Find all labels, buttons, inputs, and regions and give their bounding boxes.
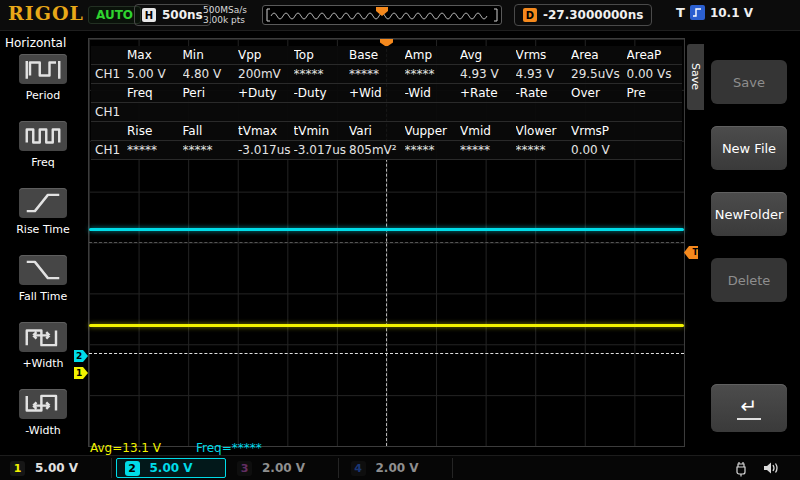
menu-title: Horizontal [5, 36, 66, 50]
menu-item-label: -Width [0, 424, 86, 437]
measurement-header: Min [183, 46, 239, 65]
channel-4-status[interactable]: 42.00 V [343, 458, 453, 478]
channel-1-badge: 1 [10, 461, 25, 476]
waveform-preview[interactable] [262, 5, 502, 25]
delay-group[interactable]: D -27.3000000ns [514, 4, 652, 26]
measurement-channel-label: CH1 [91, 141, 127, 160]
channel-2-scale: 5.00 V [150, 461, 193, 475]
measurement-header: Vari [349, 122, 405, 141]
oscilloscope-screen: RIGOL AUTO H 500ns 500MSa/s 3.00k pts D … [0, 0, 800, 480]
measurement-value [294, 103, 350, 122]
measurement-header: Freq [127, 84, 183, 103]
measurement-value [571, 103, 627, 122]
enter-arrow-icon: ↵ [737, 396, 762, 420]
horizontal-timebase-group[interactable]: H 500ns [134, 4, 211, 26]
menu-item-label: Freq [0, 156, 86, 169]
measurement-header: Rise [127, 122, 183, 141]
measurement-header: -Duty [294, 84, 350, 103]
center-horizontal-gridline [89, 242, 684, 243]
measurement-header: +Rate [460, 84, 516, 103]
measurement-header [627, 122, 683, 141]
menu-item-width[interactable]: +Width [0, 322, 86, 370]
ch1-trace [89, 324, 684, 327]
channel-3-badge: 3 [237, 461, 252, 476]
timebase-value: 500ns [162, 8, 203, 22]
freq-icon [19, 121, 67, 151]
measurement-value: ***** [127, 141, 183, 160]
measurement-value: 0.00 V [571, 141, 627, 160]
measurement-value: ***** [405, 65, 461, 84]
measurement-value: 805mV² [349, 141, 405, 160]
measurement-value [183, 103, 239, 122]
rise-time-icon [19, 188, 67, 218]
measurement-header: +Duty [238, 84, 294, 103]
measurement-channel-label [91, 122, 127, 141]
measurement-value [460, 103, 516, 122]
measurement-value: 4.93 V [516, 65, 572, 84]
delay-badge: D [523, 8, 537, 22]
trigger-label: T [676, 5, 685, 20]
measurement-header: VrmsP [571, 122, 627, 141]
measurement-value: -3.017us [294, 141, 350, 160]
menu-item-freq[interactable]: Freq [0, 121, 86, 169]
trigger-status-group[interactable]: T 10.1 V [676, 5, 753, 20]
measurement-value: 4.93 V [460, 65, 516, 84]
menu-item-fall-time[interactable]: Fall Time [0, 255, 86, 303]
save-button[interactable]: Save [711, 60, 787, 104]
measurement-header: -Rate [516, 84, 572, 103]
ch2-trace [89, 228, 684, 231]
fall-time-icon [19, 255, 67, 285]
measurement-value: 0.00 Vs [627, 65, 683, 84]
measurement-header: Base [349, 46, 405, 65]
speaker-icon [762, 460, 780, 480]
measurement-channel-label [91, 46, 127, 65]
top-status-bar: RIGOL AUTO H 500ns 500MSa/s 3.00k pts D … [0, 0, 800, 31]
measurement-value: 200mV [238, 65, 294, 84]
new-folder-button[interactable]: NewFolder [711, 192, 787, 236]
horizontal-menu: Horizontal PeriodFreqRise TimeFall Time+… [0, 30, 86, 455]
measurement-header: Max [127, 46, 183, 65]
measurement-header: Pre [627, 84, 683, 103]
measurement-header: tVmin [294, 122, 350, 141]
measurement-header: +Wid [349, 84, 405, 103]
measurement-header: -Wid [405, 84, 461, 103]
measurement-value: 4.80 V [183, 65, 239, 84]
menu-item-rise-time[interactable]: Rise Time [0, 188, 86, 236]
enter-button[interactable]: ↵ [711, 384, 787, 432]
delay-value: -27.3000000ns [543, 8, 643, 22]
sample-rate: 500MSa/s [203, 5, 247, 15]
channel-3-status[interactable]: 32.00 V [229, 458, 339, 478]
measurement-value: ***** [516, 141, 572, 160]
measurement-value [127, 103, 183, 122]
measurement-header: Vmid [460, 122, 516, 141]
measurement-value [627, 103, 683, 122]
trigger-level-marker[interactable]: T [684, 246, 700, 259]
measurement-value [516, 103, 572, 122]
measurement-channel-label: CH1 [91, 103, 127, 122]
channel-1-scale: 5.00 V [35, 461, 78, 475]
ch2-offset-reference-line [89, 353, 684, 354]
channel-2-status[interactable]: 25.00 V [116, 458, 226, 478]
freq-measurement-readout: Freq=***** [196, 441, 262, 455]
channel-3-scale: 2.00 V [262, 461, 305, 475]
new-file-button[interactable]: New File [711, 126, 787, 170]
period-icon [19, 54, 67, 84]
measurement-value [405, 103, 461, 122]
waveform-preview-graphic [263, 6, 501, 24]
menu-item-period[interactable]: Period [0, 54, 86, 102]
menu-item-label: Fall Time [0, 290, 86, 303]
measurement-header: Vlower [516, 122, 572, 141]
menu-item-width[interactable]: -Width [0, 389, 86, 437]
measurement-value [238, 103, 294, 122]
delete-button[interactable]: Delete [711, 258, 787, 302]
measurement-value: 29.5uVs [571, 65, 627, 84]
menu-item-label: Period [0, 89, 86, 102]
measurement-value: ***** [183, 141, 239, 160]
trigger-slope-icon [690, 5, 705, 20]
channel-2-badge: 2 [125, 461, 140, 476]
plus-width-icon [19, 322, 67, 352]
measurement-header: AreaP [627, 46, 683, 65]
channel-1-status[interactable]: 15.00 V [2, 458, 112, 478]
minus-width-icon [19, 389, 67, 419]
measurement-header: Amp [405, 46, 461, 65]
